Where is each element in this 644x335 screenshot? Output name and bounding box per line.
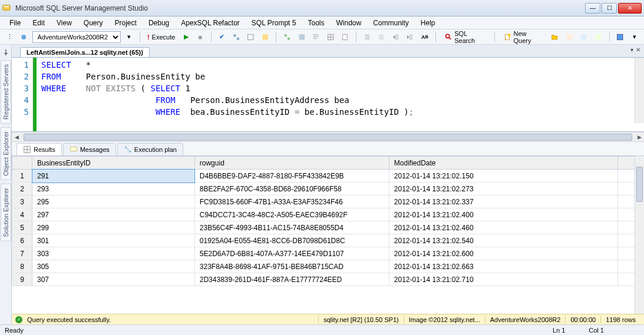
table-row[interactable]: 8305323F8A4B-8698-41AF-9751-BE846B715CAD… bbox=[12, 260, 644, 273]
object-explorer-tab[interactable]: Object Explorer bbox=[1, 127, 11, 180]
comment-button[interactable] bbox=[361, 31, 374, 43]
column-header-rowguid[interactable]: rowguid bbox=[194, 157, 389, 170]
results-to-grid-button[interactable] bbox=[325, 31, 337, 43]
cell-modifieddate[interactable]: 2012-01-14 13:21:02.540 bbox=[389, 234, 618, 247]
menu-edit[interactable]: Edit bbox=[28, 18, 49, 28]
indent-button[interactable] bbox=[390, 31, 402, 43]
cell-modifieddate[interactable]: 2012-01-14 13:21:02.400 bbox=[389, 208, 618, 221]
active-files-dropdown-icon[interactable]: ▾ bbox=[630, 47, 633, 53]
uncomment-button[interactable] bbox=[375, 31, 388, 43]
cell-modifieddate[interactable]: 2012-01-14 13:21:02.337 bbox=[389, 195, 618, 208]
new-query-button[interactable]: New Query bbox=[500, 31, 546, 43]
debug-button[interactable]: ▶ bbox=[180, 31, 192, 43]
cell-businessentityid[interactable]: 303 bbox=[32, 247, 195, 260]
row-number[interactable]: 9 bbox=[12, 273, 32, 286]
menu-help[interactable]: Help bbox=[416, 18, 440, 28]
registered-servers-tab[interactable]: Registered Servers bbox=[1, 60, 11, 124]
specify-values-button[interactable]: AB bbox=[419, 31, 431, 43]
menu-view[interactable]: View bbox=[52, 18, 77, 28]
cell-businessentityid[interactable]: 295 bbox=[32, 195, 195, 208]
table-row[interactable]: 3295FC9D3815-660F-47B1-A33A-E3AF35234F46… bbox=[12, 195, 644, 208]
parse-button[interactable]: ✔ bbox=[216, 31, 228, 43]
results-grid[interactable]: BusinessEntityID rowguid ModifiedDate 12… bbox=[12, 156, 644, 314]
row-number[interactable]: 4 bbox=[12, 208, 32, 221]
row-number[interactable]: 6 bbox=[12, 234, 32, 247]
row-number[interactable]: 7 bbox=[12, 247, 32, 260]
scroll-thumb[interactable] bbox=[24, 134, 632, 141]
stop-button[interactable]: ■ bbox=[194, 31, 206, 43]
editor-vertical-scrollbar[interactable] bbox=[635, 58, 644, 123]
cell-businessentityid[interactable]: 305 bbox=[32, 260, 195, 273]
table-row[interactable]: 1291D4B6BBE9-DAF2-4887-8180-F5F433842E9B… bbox=[12, 170, 644, 183]
menu-debug[interactable]: Debug bbox=[144, 18, 174, 28]
menu-file[interactable]: File bbox=[5, 18, 25, 28]
column-header-modifieddate[interactable]: ModifiedDate bbox=[389, 157, 618, 170]
table-row[interactable]: 4297C94DCC71-3C48-48C2-A505-EAEC39B4692F… bbox=[12, 208, 644, 221]
solution-explorer-tab[interactable]: Solution Explorer bbox=[1, 184, 11, 241]
maximize-button[interactable]: ☐ bbox=[602, 3, 617, 14]
menu-query[interactable]: Query bbox=[79, 18, 108, 28]
table-row[interactable]: 22938BE2FA2F-670C-4358-BD68-29610F966F58… bbox=[12, 183, 644, 195]
db-engine-query-button[interactable] bbox=[563, 31, 576, 43]
column-header-businessentityid[interactable]: BusinessEntityID bbox=[32, 157, 195, 170]
cell-businessentityid[interactable]: 299 bbox=[32, 221, 195, 234]
dropdown-arrow-icon[interactable]: ▾ bbox=[123, 31, 135, 43]
results-tab[interactable]: Results bbox=[16, 143, 62, 155]
cell-businessentityid[interactable]: 307 bbox=[32, 273, 195, 286]
menu-sqlprompt[interactable]: SQL Prompt 5 bbox=[247, 18, 301, 28]
messages-tab[interactable]: Messages bbox=[63, 143, 116, 155]
close-tab-icon[interactable]: ✕ bbox=[636, 47, 640, 53]
cell-rowguid[interactable]: 8BE2FA2F-670C-4358-BD68-29610F966F58 bbox=[194, 183, 389, 195]
editor-horizontal-scrollbar[interactable]: ◀ ▶ bbox=[12, 132, 644, 141]
table-row[interactable]: 93072D343839-261D-461F-887A-E17777724EED… bbox=[12, 273, 644, 286]
cell-modifieddate[interactable]: 2012-01-14 13:21:02.663 bbox=[389, 260, 618, 273]
intellisense-button[interactable] bbox=[259, 31, 272, 43]
minimize-button[interactable]: — bbox=[585, 3, 600, 14]
table-row[interactable]: 73035E2D6A7D-6B81-407A-A377-14EE479D1107… bbox=[12, 247, 644, 260]
cell-modifieddate[interactable]: 2012-01-14 13:21:02.460 bbox=[389, 221, 618, 234]
query-options-button[interactable] bbox=[245, 31, 257, 43]
cell-modifieddate[interactable]: 2012-01-14 13:21:02.273 bbox=[389, 183, 618, 195]
cell-modifieddate[interactable]: 2012-01-14 13:21:02.710 bbox=[389, 273, 618, 286]
mdx-query-button[interactable] bbox=[577, 31, 590, 43]
cell-businessentityid[interactable]: 301 bbox=[32, 234, 195, 247]
cell-rowguid[interactable]: 5E2D6A7D-6B81-407A-A377-14EE479D1107 bbox=[194, 247, 389, 260]
row-number[interactable]: 8 bbox=[12, 260, 32, 273]
outdent-button[interactable] bbox=[404, 31, 417, 43]
scroll-left-icon[interactable]: ◀ bbox=[12, 132, 21, 142]
cell-rowguid[interactable]: D4B6BBE9-DAF2-4887-8180-F5F433842E9B bbox=[194, 170, 389, 183]
table-row[interactable]: 630101925A04-E055-4E81-8CC6-DB7098D61D8C… bbox=[12, 234, 644, 247]
execute-button[interactable]: !Execute bbox=[144, 31, 177, 43]
cell-rowguid[interactable]: FC9D3815-660F-47B1-A33A-E3AF35234F46 bbox=[194, 195, 389, 208]
row-number[interactable]: 5 bbox=[12, 221, 32, 234]
menu-project[interactable]: Project bbox=[110, 18, 141, 28]
cell-rowguid[interactable]: 01925A04-E055-4E81-8CC6-DB7098D61D8C bbox=[194, 234, 389, 247]
sql-search-button[interactable]: SQL Search bbox=[441, 31, 490, 43]
row-number[interactable]: 1 bbox=[12, 170, 32, 183]
cell-modifieddate[interactable]: 2012-01-14 13:21:02.600 bbox=[389, 247, 618, 260]
results-to-file-button[interactable] bbox=[339, 31, 351, 43]
document-tab[interactable]: LeftAntiSemiJoin.s...12 sqlity.net (65)) bbox=[20, 47, 150, 57]
client-stats-button[interactable] bbox=[296, 31, 308, 43]
actual-plan-button[interactable] bbox=[281, 31, 293, 43]
menu-tools[interactable]: Tools bbox=[303, 18, 329, 28]
scroll-right-icon[interactable]: ▶ bbox=[635, 132, 644, 142]
row-number[interactable]: 2 bbox=[12, 183, 32, 195]
cell-rowguid[interactable]: C94DCC71-3C48-48C2-A505-EAEC39B4692F bbox=[194, 208, 389, 221]
cell-modifieddate[interactable]: 2012-01-14 13:21:02.150 bbox=[389, 170, 618, 183]
dmx-query-button[interactable] bbox=[592, 31, 605, 43]
close-button[interactable]: ✕ bbox=[618, 3, 642, 14]
cell-rowguid[interactable]: 23B56C4F-4993-4B11-AC15-74BA8E8055D4 bbox=[194, 221, 389, 234]
scroll-thumb[interactable] bbox=[636, 167, 643, 202]
save-button[interactable] bbox=[614, 31, 626, 43]
row-header-corner[interactable] bbox=[12, 157, 32, 170]
table-row[interactable]: 529923B56C4F-4993-4B11-AC15-74BA8E8055D4… bbox=[12, 221, 644, 234]
cell-businessentityid[interactable]: 291 bbox=[32, 170, 195, 183]
pin-icon[interactable] bbox=[2, 48, 10, 57]
row-number[interactable]: 3 bbox=[12, 195, 32, 208]
cell-businessentityid[interactable]: 297 bbox=[32, 208, 195, 221]
menu-window[interactable]: Window bbox=[331, 18, 366, 28]
menu-apexsql[interactable]: ApexSQL Refactor bbox=[176, 18, 245, 28]
results-to-text-button[interactable] bbox=[310, 31, 322, 43]
change-connection-button[interactable] bbox=[18, 31, 30, 43]
